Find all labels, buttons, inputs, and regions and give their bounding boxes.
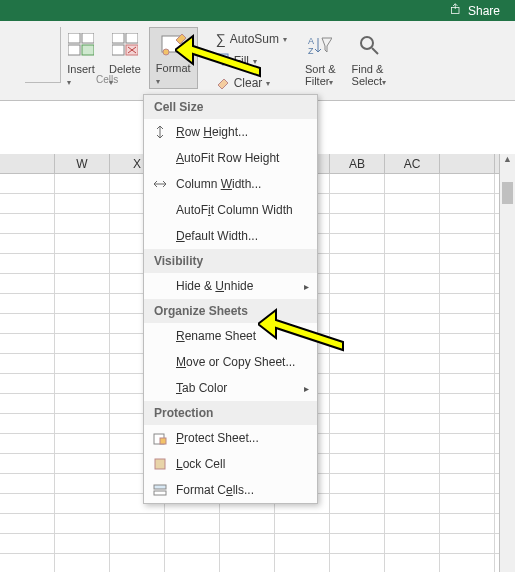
find-select-button[interactable]: Find & Select▾ xyxy=(346,27,393,89)
svg-rect-7 xyxy=(112,45,124,55)
autosum-button[interactable]: ∑ AutoSum ▾ xyxy=(216,29,287,49)
fill-down-icon xyxy=(216,53,230,70)
col-header[interactable]: AC xyxy=(385,154,440,173)
format-cells-small-icon xyxy=(152,482,168,498)
svg-rect-6 xyxy=(126,33,138,43)
menu-section-visibility: Visibility xyxy=(144,249,317,273)
menu-hide-unhide[interactable]: Hide & Unhide xyxy=(144,273,317,299)
ribbon-group-label: Cells xyxy=(96,74,118,85)
menu-section-organize: Organize Sheets xyxy=(144,299,317,323)
menu-lock-cell[interactable]: Lock Cell xyxy=(144,451,317,477)
menu-autofit-column[interactable]: AutoFit Column Width xyxy=(144,197,317,223)
svg-rect-3 xyxy=(68,45,80,55)
menu-default-width[interactable]: Default Width... xyxy=(144,223,317,249)
svg-rect-1 xyxy=(68,33,80,43)
svg-rect-21 xyxy=(154,485,166,489)
svg-rect-20 xyxy=(155,459,165,469)
svg-text:Z: Z xyxy=(308,46,314,56)
svg-point-12 xyxy=(163,49,169,55)
menu-protect-sheet[interactable]: Protect Sheet... xyxy=(144,425,317,451)
share-icon[interactable] xyxy=(450,3,462,18)
magnifier-icon xyxy=(355,31,383,59)
sort-filter-icon: AZ xyxy=(306,31,334,59)
menu-row-height[interactable]: Row Height... xyxy=(144,119,317,145)
menu-autofit-row[interactable]: AutoFit Row Height xyxy=(144,145,317,171)
menu-section-cell-size: Cell Size xyxy=(144,95,317,119)
format-cells-icon xyxy=(159,32,187,60)
menu-move-copy[interactable]: Move or Copy Sheet... xyxy=(144,349,317,375)
insert-button[interactable]: Insert▾ xyxy=(61,27,101,89)
svg-rect-13 xyxy=(218,54,228,60)
clear-button[interactable]: Clear ▾ xyxy=(216,73,287,93)
row-height-icon xyxy=(152,124,168,140)
svg-rect-2 xyxy=(82,33,94,43)
menu-tab-color[interactable]: Tab Color xyxy=(144,375,317,401)
eraser-icon xyxy=(216,75,230,92)
menu-format-cells[interactable]: Format Cells... xyxy=(144,477,317,503)
col-header[interactable] xyxy=(440,154,495,173)
format-button[interactable]: Format▾ xyxy=(149,27,198,89)
col-width-icon xyxy=(152,176,168,192)
menu-section-protection: Protection xyxy=(144,401,317,425)
vertical-scrollbar[interactable]: ▲ xyxy=(499,154,515,572)
menu-column-width[interactable]: Column Width... xyxy=(144,171,317,197)
protect-sheet-icon xyxy=(152,430,168,446)
scroll-thumb[interactable] xyxy=(502,182,513,204)
delete-cells-icon xyxy=(111,31,139,59)
svg-rect-19 xyxy=(160,438,166,444)
ribbon-partial-group xyxy=(25,27,61,83)
menu-rename-sheet[interactable]: Rename Sheet xyxy=(144,323,317,349)
svg-point-16 xyxy=(361,37,373,49)
col-header[interactable] xyxy=(0,154,55,173)
svg-rect-4 xyxy=(82,45,94,55)
sigma-icon: ∑ xyxy=(216,31,226,47)
col-header[interactable]: W xyxy=(55,154,110,173)
svg-line-17 xyxy=(372,48,378,54)
insert-cells-icon xyxy=(67,31,95,59)
share-label[interactable]: Share xyxy=(468,4,500,18)
sort-filter-button[interactable]: AZ Sort & Filter▾ xyxy=(299,27,342,89)
svg-rect-5 xyxy=(112,33,124,43)
svg-text:A: A xyxy=(308,36,314,46)
svg-rect-22 xyxy=(154,491,166,495)
fill-button[interactable]: Fill ▾ xyxy=(216,51,287,71)
ribbon: Insert▾ Delete▾ Format▾ ∑ AutoSum ▾ Fill… xyxy=(0,21,515,101)
format-dropdown-menu: Cell Size Row Height... AutoFit Row Heig… xyxy=(143,94,318,504)
lock-cell-icon xyxy=(152,456,168,472)
col-header[interactable]: AB xyxy=(330,154,385,173)
title-bar: Share xyxy=(0,0,515,21)
